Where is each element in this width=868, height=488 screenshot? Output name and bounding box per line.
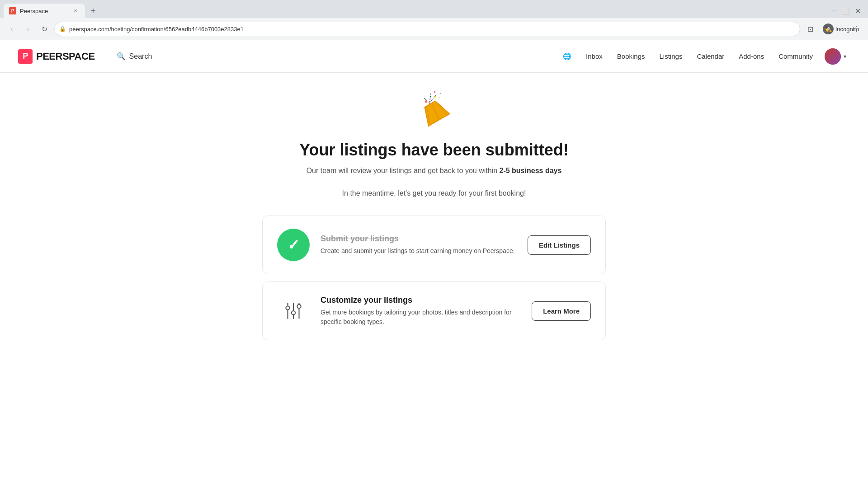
celebration-icon — [414, 91, 454, 131]
main-content: Your listings have been submitted! Our t… — [0, 73, 868, 366]
svg-point-7 — [434, 96, 437, 99]
search-icon: 🔍 — [117, 52, 126, 61]
window-maximize[interactable]: ⬜ — [842, 7, 849, 14]
svg-point-8 — [434, 91, 436, 93]
svg-point-9 — [439, 93, 441, 94]
step-submit: ✓ Submit your listings Create and submit… — [262, 216, 606, 274]
avatar — [825, 48, 841, 65]
svg-point-19 — [297, 305, 301, 308]
step-complete-icon: ✓ — [277, 229, 310, 261]
new-tab-button[interactable]: + — [87, 5, 99, 17]
step-customize-content: Customize your listings Get more booking… — [321, 296, 521, 327]
window-minimize[interactable]: ─ — [831, 7, 836, 15]
tab-bar: P Peerspace × + ─ ⬜ ✕ — [0, 0, 868, 18]
forward-button[interactable]: › — [22, 23, 34, 35]
step-submit-desc: Create and submit your listings to start… — [321, 246, 517, 256]
url-text: peerspace.com/hosting/confirmation/6562e… — [69, 26, 244, 33]
review-message: Our team will review your listings and g… — [307, 167, 562, 175]
globe-icon: 🌐 — [563, 52, 571, 61]
svg-point-17 — [286, 306, 289, 310]
nav-item-calendar[interactable]: Calendar — [690, 49, 731, 64]
step-customize: Customize your listings Get more booking… — [262, 282, 606, 340]
learn-more-button[interactable]: Learn More — [532, 301, 591, 321]
tab-close-button[interactable]: × — [71, 7, 80, 15]
search-label: Search — [129, 52, 152, 61]
svg-point-10 — [438, 97, 440, 99]
nav-item-community[interactable]: Community — [772, 49, 819, 64]
sliders-icon-container — [277, 295, 310, 327]
site-header: P PEERSPACE 🔍 Search 🌐 Inbox Bookings Li… — [0, 40, 868, 73]
page-title: Your listings have been submitted! — [299, 141, 568, 160]
steps-container: ✓ Submit your listings Create and submit… — [262, 216, 606, 347]
meantime-message: In the meantime, let's get you ready for… — [342, 189, 526, 197]
lock-icon: 🔒 — [59, 26, 66, 32]
logo[interactable]: P PEERSPACE — [18, 49, 95, 64]
nav-globe[interactable]: 🌐 — [557, 49, 578, 64]
tab-title: Peerspace — [20, 8, 48, 14]
svg-point-18 — [292, 311, 295, 314]
svg-marker-0 — [420, 98, 450, 126]
logo-icon: P — [18, 49, 33, 64]
step-submit-content: Submit your listings Create and submit y… — [321, 234, 517, 256]
nav-item-bookings[interactable]: Bookings — [611, 49, 651, 64]
cast-button[interactable]: ⊡ — [804, 23, 816, 35]
nav-item-addons[interactable]: Add-ons — [732, 49, 770, 64]
chevron-down-icon: ▾ — [844, 53, 846, 60]
nav-item-listings[interactable]: Listings — [653, 49, 689, 64]
main-nav: 🌐 Inbox Bookings Listings Calendar Add-o… — [557, 47, 850, 66]
browser-controls: ‹ › ↻ 🔒 peerspace.com/hosting/confirmati… — [0, 18, 868, 40]
svg-point-5 — [425, 100, 428, 103]
address-bar[interactable]: 🔒 peerspace.com/hosting/confirmation/656… — [54, 22, 800, 36]
user-menu-button[interactable]: ▾ — [821, 47, 850, 66]
sliders-svg — [282, 300, 305, 322]
profile-button[interactable]: 🕵 Incognito — [835, 23, 847, 35]
browser-action-buttons: ⊡ ☆ 🕵 Incognito ⋮ — [804, 23, 863, 35]
back-button[interactable]: ‹ — [5, 23, 18, 35]
more-menu-button[interactable]: ⋮ — [850, 23, 863, 35]
active-tab[interactable]: P Peerspace × — [4, 4, 85, 18]
step-customize-title: Customize your listings — [321, 296, 521, 305]
step-submit-title: Submit your listings — [321, 234, 517, 244]
reload-button[interactable]: ↻ — [38, 23, 51, 35]
search-button[interactable]: 🔍 Search — [109, 48, 160, 64]
logo-text: PEERSPACE — [36, 51, 95, 62]
browser-chrome: P Peerspace × + ─ ⬜ ✕ ‹ › ↻ 🔒 peerspace.… — [0, 0, 868, 40]
svg-line-11 — [424, 97, 429, 104]
nav-item-inbox[interactable]: Inbox — [580, 49, 609, 64]
window-close[interactable]: ✕ — [855, 7, 861, 15]
tab-favicon: P — [9, 7, 16, 14]
checkmark-icon: ✓ — [288, 236, 300, 253]
incognito-icon: 🕵 — [823, 23, 834, 34]
step-customize-desc: Get more bookings by tailoring your phot… — [321, 308, 521, 327]
edit-listings-button[interactable]: Edit Listings — [528, 235, 591, 255]
party-popper-svg — [414, 91, 454, 131]
